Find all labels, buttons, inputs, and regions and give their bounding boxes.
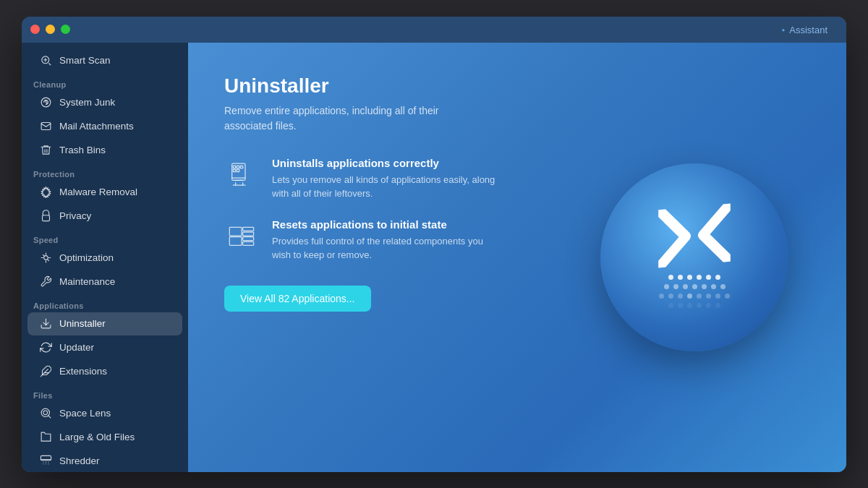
- sidebar-item-trash-bins-label: Trash Bins: [59, 145, 106, 155]
- close-button[interactable]: [30, 25, 40, 34]
- sidebar-item-updater-label: Updater: [59, 342, 94, 353]
- feature-text-uninstalls: Uninstalls applications correctly Lets y…: [272, 157, 503, 201]
- svg-rect-10: [41, 455, 51, 460]
- svg-rect-25: [243, 241, 254, 245]
- malware-icon: [39, 186, 52, 199]
- sidebar-item-uninstaller-label: Uninstaller: [59, 318, 106, 329]
- feature-item-resets: Resets applications to initial state Pro…: [224, 218, 514, 262]
- sidebar-item-malware-removal[interactable]: Malware Removal: [27, 181, 182, 204]
- sidebar-item-large-old-files[interactable]: Large & Old Files: [27, 426, 182, 449]
- feature-text-resets: Resets applications to initial state Pro…: [272, 218, 503, 262]
- trash-icon: [39, 144, 52, 157]
- scan-icon: [39, 54, 52, 67]
- privacy-icon: [39, 210, 52, 223]
- feature-title-uninstalls: Uninstalls applications correctly: [272, 157, 503, 169]
- sidebar-item-optimization[interactable]: Optimization: [27, 247, 182, 270]
- shredder-icon: [39, 455, 52, 468]
- sidebar-item-privacy-label: Privacy: [59, 210, 91, 221]
- sidebar-item-shredder-label: Shredder: [59, 455, 100, 466]
- junk-icon: [39, 96, 52, 109]
- uninstaller-icon: [39, 317, 52, 330]
- section-label-protection: Protection: [22, 163, 188, 180]
- svg-point-4: [43, 256, 48, 260]
- sidebar-item-optimization-label: Optimization: [59, 252, 114, 263]
- mail-icon: [39, 120, 52, 133]
- space-icon: [39, 407, 52, 420]
- svg-rect-22: [243, 227, 254, 231]
- sidebar-item-space-lens[interactable]: Space Lens: [27, 402, 182, 425]
- section-label-files: Files: [22, 384, 188, 401]
- sidebar-item-uninstaller[interactable]: Uninstaller: [27, 312, 182, 335]
- app-window: Assistant Smart Scan Cleanup: [22, 17, 846, 472]
- feature-icon-uninstalls: [224, 157, 259, 192]
- sidebar: Smart Scan Cleanup System Junk: [22, 43, 188, 472]
- svg-rect-15: [233, 166, 235, 168]
- x-logo: [658, 203, 731, 267]
- feature-desc-resets: Provides full control of the related com…: [272, 234, 503, 262]
- sidebar-item-smart-scan[interactable]: Smart Scan: [27, 49, 182, 72]
- sidebar-item-maintenance-label: Maintenance: [59, 276, 115, 287]
- svg-point-9: [43, 411, 47, 415]
- svg-rect-16: [233, 169, 235, 171]
- extensions-icon: [39, 365, 52, 378]
- sidebar-item-mail-attachments[interactable]: Mail Attachments: [27, 115, 182, 138]
- feature-icon-resets: [224, 218, 259, 253]
- view-all-button[interactable]: View All 82 Applications...: [224, 286, 371, 312]
- svg-rect-21: [229, 236, 242, 245]
- sidebar-item-extensions-label: Extensions: [59, 366, 107, 377]
- sidebar-item-maintenance[interactable]: Maintenance: [27, 270, 182, 294]
- dots-pattern: [659, 275, 730, 308]
- app-body: Smart Scan Cleanup System Junk: [22, 43, 846, 472]
- sidebar-item-system-junk-label: System Junk: [59, 97, 115, 108]
- sidebar-item-extensions[interactable]: Extensions: [27, 360, 182, 383]
- maximize-button[interactable]: [61, 25, 70, 34]
- feature-list: Uninstalls applications correctly Lets y…: [224, 157, 514, 262]
- section-label-cleanup: Cleanup: [22, 73, 188, 90]
- sidebar-item-large-old-files-label: Large & Old Files: [59, 432, 135, 442]
- files-icon: [39, 431, 52, 444]
- title-bar: Assistant: [22, 17, 846, 43]
- feature-desc-uninstalls: Lets you remove all kinds of application…: [272, 173, 503, 201]
- sidebar-item-malware-removal-label: Malware Removal: [59, 187, 137, 197]
- page-subtitle: Remove entire applications, including al…: [224, 103, 456, 134]
- minimize-button[interactable]: [46, 25, 55, 34]
- assistant-button[interactable]: Assistant: [771, 21, 838, 38]
- feature-title-resets: Resets applications to initial state: [272, 218, 503, 231]
- svg-rect-3: [42, 215, 49, 221]
- section-label-applications: Applications: [22, 294, 188, 312]
- sidebar-item-mail-attachments-label: Mail Attachments: [59, 121, 134, 132]
- svg-rect-17: [237, 166, 239, 168]
- svg-rect-18: [237, 169, 239, 171]
- app-icon-circle: [600, 163, 788, 351]
- sidebar-item-privacy[interactable]: Privacy: [27, 205, 182, 228]
- main-content: Uninstaller Remove entire applications, …: [188, 43, 846, 472]
- sidebar-item-smart-scan-label: Smart Scan: [59, 55, 111, 66]
- section-label-speed: Speed: [22, 228, 188, 246]
- sidebar-item-space-lens-label: Space Lens: [59, 408, 111, 419]
- page-title: Uninstaller: [224, 74, 810, 98]
- svg-rect-20: [229, 227, 242, 236]
- svg-rect-19: [240, 166, 242, 168]
- svg-rect-23: [243, 232, 254, 236]
- sidebar-item-shredder[interactable]: Shredder: [27, 450, 182, 472]
- optimization-icon: [39, 252, 52, 265]
- feature-item-uninstalls: Uninstalls applications correctly Lets y…: [224, 157, 514, 201]
- sidebar-item-updater[interactable]: Updater: [27, 336, 182, 359]
- maintenance-icon: [39, 275, 52, 288]
- updater-icon: [39, 341, 52, 354]
- sidebar-item-trash-bins[interactable]: Trash Bins: [27, 139, 182, 162]
- sidebar-item-system-junk[interactable]: System Junk: [27, 91, 182, 114]
- svg-rect-2: [41, 123, 51, 130]
- svg-rect-24: [243, 236, 254, 240]
- traffic-lights: [30, 25, 70, 34]
